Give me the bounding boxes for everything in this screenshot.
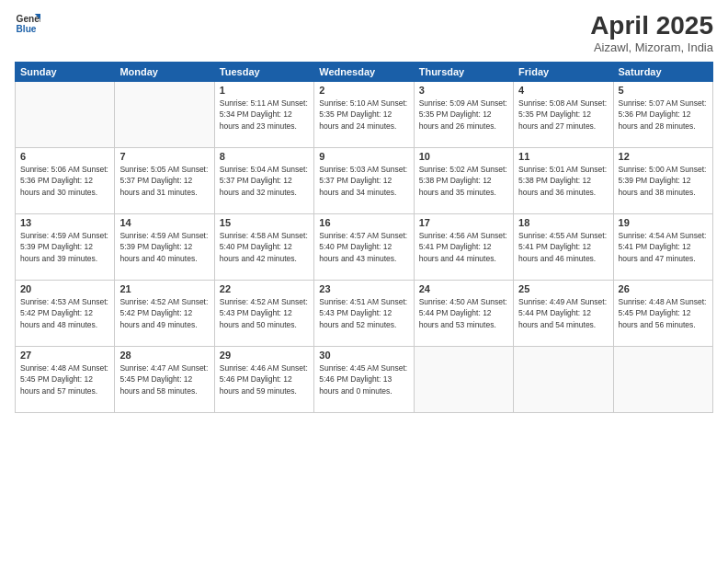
day-info: Sunrise: 5:01 AM Sunset: 5:38 PM Dayligh…	[518, 164, 608, 198]
day-info: Sunrise: 4:46 AM Sunset: 5:46 PM Dayligh…	[220, 362, 309, 396]
calendar-week-row: 27Sunrise: 4:48 AM Sunset: 5:45 PM Dayli…	[16, 347, 713, 413]
day-number: 26	[619, 283, 708, 294]
table-row: 13Sunrise: 4:59 AM Sunset: 5:39 PM Dayli…	[16, 214, 115, 281]
day-number: 8	[220, 151, 309, 162]
day-number: 29	[220, 350, 309, 361]
day-number: 12	[619, 151, 708, 162]
col-monday: Monday	[115, 63, 214, 82]
table-row: 9Sunrise: 5:03 AM Sunset: 5:37 PM Daylig…	[314, 148, 414, 214]
day-info: Sunrise: 4:54 AM Sunset: 5:41 PM Dayligh…	[619, 230, 708, 264]
day-number: 9	[319, 151, 408, 162]
day-info: Sunrise: 4:51 AM Sunset: 5:43 PM Dayligh…	[319, 296, 408, 330]
day-info: Sunrise: 4:48 AM Sunset: 5:45 PM Dayligh…	[619, 296, 708, 330]
day-number: 21	[119, 283, 209, 294]
day-number: 6	[20, 151, 109, 162]
day-number: 20	[20, 283, 109, 294]
day-number: 1	[220, 85, 309, 96]
table-row: 26Sunrise: 4:48 AM Sunset: 5:45 PM Dayli…	[613, 281, 712, 347]
day-number: 4	[518, 85, 608, 96]
day-info: Sunrise: 5:03 AM Sunset: 5:37 PM Dayligh…	[319, 164, 408, 198]
table-row: 7Sunrise: 5:05 AM Sunset: 5:37 PM Daylig…	[115, 148, 214, 214]
day-info: Sunrise: 5:00 AM Sunset: 5:39 PM Dayligh…	[619, 164, 708, 198]
table-row: 2Sunrise: 5:10 AM Sunset: 5:35 PM Daylig…	[314, 82, 414, 148]
calendar-week-row: 20Sunrise: 4:53 AM Sunset: 5:42 PM Dayli…	[16, 281, 713, 347]
day-number: 15	[220, 217, 309, 228]
page-container: General Blue April 2025 Aizawl, Mizoram,…	[0, 0, 728, 563]
day-number: 2	[319, 85, 408, 96]
day-number: 22	[220, 283, 309, 294]
title-location: Aizawl, Mizoram, India	[590, 40, 713, 54]
calendar-week-row: 1Sunrise: 5:11 AM Sunset: 5:34 PM Daylig…	[16, 82, 713, 148]
day-number: 28	[119, 350, 209, 361]
day-number: 17	[419, 217, 508, 228]
day-info: Sunrise: 4:52 AM Sunset: 5:43 PM Dayligh…	[220, 296, 309, 330]
day-info: Sunrise: 5:11 AM Sunset: 5:34 PM Dayligh…	[220, 98, 309, 132]
day-number: 18	[518, 217, 608, 228]
day-number: 3	[419, 85, 508, 96]
calendar-header-row: Sunday Monday Tuesday Wednesday Thursday…	[16, 63, 713, 82]
table-row: 12Sunrise: 5:00 AM Sunset: 5:39 PM Dayli…	[613, 148, 712, 214]
col-wednesday: Wednesday	[314, 63, 414, 82]
day-info: Sunrise: 4:53 AM Sunset: 5:42 PM Dayligh…	[20, 296, 109, 330]
table-row: 18Sunrise: 4:55 AM Sunset: 5:41 PM Dayli…	[514, 214, 613, 281]
col-sunday: Sunday	[16, 63, 115, 82]
table-row	[115, 82, 214, 148]
day-number: 30	[319, 350, 408, 361]
table-row: 6Sunrise: 5:06 AM Sunset: 5:36 PM Daylig…	[16, 148, 115, 214]
day-number: 25	[518, 283, 608, 294]
title-block: April 2025 Aizawl, Mizoram, India	[590, 11, 713, 54]
table-row: 15Sunrise: 4:58 AM Sunset: 5:40 PM Dayli…	[214, 214, 313, 281]
table-row: 10Sunrise: 5:02 AM Sunset: 5:38 PM Dayli…	[414, 148, 513, 214]
table-row: 14Sunrise: 4:59 AM Sunset: 5:39 PM Dayli…	[115, 214, 214, 281]
day-info: Sunrise: 4:52 AM Sunset: 5:42 PM Dayligh…	[119, 296, 209, 330]
table-row: 30Sunrise: 4:45 AM Sunset: 5:46 PM Dayli…	[314, 347, 414, 413]
table-row: 21Sunrise: 4:52 AM Sunset: 5:42 PM Dayli…	[115, 281, 214, 347]
day-info: Sunrise: 4:59 AM Sunset: 5:39 PM Dayligh…	[20, 230, 109, 264]
table-row: 23Sunrise: 4:51 AM Sunset: 5:43 PM Dayli…	[314, 281, 414, 347]
table-row	[414, 347, 513, 413]
day-info: Sunrise: 4:56 AM Sunset: 5:41 PM Dayligh…	[419, 230, 508, 264]
day-number: 23	[319, 283, 408, 294]
day-info: Sunrise: 4:48 AM Sunset: 5:45 PM Dayligh…	[20, 362, 109, 396]
title-month: April 2025	[590, 11, 713, 40]
day-info: Sunrise: 4:55 AM Sunset: 5:41 PM Dayligh…	[518, 230, 608, 264]
table-row	[613, 347, 712, 413]
day-info: Sunrise: 4:59 AM Sunset: 5:39 PM Dayligh…	[119, 230, 209, 264]
table-row: 20Sunrise: 4:53 AM Sunset: 5:42 PM Dayli…	[16, 281, 115, 347]
svg-text:Blue: Blue	[17, 24, 37, 34]
day-info: Sunrise: 5:09 AM Sunset: 5:35 PM Dayligh…	[419, 98, 508, 132]
table-row: 3Sunrise: 5:09 AM Sunset: 5:35 PM Daylig…	[414, 82, 513, 148]
day-number: 16	[319, 217, 408, 228]
table-row: 25Sunrise: 4:49 AM Sunset: 5:44 PM Dayli…	[514, 281, 613, 347]
table-row: 29Sunrise: 4:46 AM Sunset: 5:46 PM Dayli…	[214, 347, 313, 413]
table-row: 24Sunrise: 4:50 AM Sunset: 5:44 PM Dayli…	[414, 281, 513, 347]
table-row: 11Sunrise: 5:01 AM Sunset: 5:38 PM Dayli…	[514, 148, 613, 214]
table-row: 8Sunrise: 5:04 AM Sunset: 5:37 PM Daylig…	[214, 148, 313, 214]
day-info: Sunrise: 5:10 AM Sunset: 5:35 PM Dayligh…	[319, 98, 408, 132]
col-thursday: Thursday	[414, 63, 513, 82]
table-row: 4Sunrise: 5:08 AM Sunset: 5:35 PM Daylig…	[514, 82, 613, 148]
header: General Blue April 2025 Aizawl, Mizoram,…	[15, 11, 713, 54]
day-number: 5	[619, 85, 708, 96]
col-friday: Friday	[514, 63, 613, 82]
col-tuesday: Tuesday	[214, 63, 313, 82]
day-info: Sunrise: 5:05 AM Sunset: 5:37 PM Dayligh…	[119, 164, 209, 198]
table-row	[514, 347, 613, 413]
day-info: Sunrise: 4:45 AM Sunset: 5:46 PM Dayligh…	[319, 362, 408, 396]
table-row: 5Sunrise: 5:07 AM Sunset: 5:36 PM Daylig…	[613, 82, 712, 148]
day-number: 27	[20, 350, 109, 361]
day-number: 7	[119, 151, 209, 162]
table-row: 17Sunrise: 4:56 AM Sunset: 5:41 PM Dayli…	[414, 214, 513, 281]
day-info: Sunrise: 5:06 AM Sunset: 5:36 PM Dayligh…	[20, 164, 109, 198]
day-number: 10	[419, 151, 508, 162]
day-info: Sunrise: 5:04 AM Sunset: 5:37 PM Dayligh…	[220, 164, 309, 198]
table-row: 22Sunrise: 4:52 AM Sunset: 5:43 PM Dayli…	[214, 281, 313, 347]
day-number: 14	[119, 217, 209, 228]
day-info: Sunrise: 5:02 AM Sunset: 5:38 PM Dayligh…	[419, 164, 508, 198]
day-info: Sunrise: 4:47 AM Sunset: 5:45 PM Dayligh…	[119, 362, 209, 396]
calendar-week-row: 13Sunrise: 4:59 AM Sunset: 5:39 PM Dayli…	[16, 214, 713, 281]
day-number: 19	[619, 217, 708, 228]
day-info: Sunrise: 4:49 AM Sunset: 5:44 PM Dayligh…	[518, 296, 608, 330]
day-info: Sunrise: 5:07 AM Sunset: 5:36 PM Dayligh…	[619, 98, 708, 132]
calendar-table: Sunday Monday Tuesday Wednesday Thursday…	[15, 62, 713, 413]
